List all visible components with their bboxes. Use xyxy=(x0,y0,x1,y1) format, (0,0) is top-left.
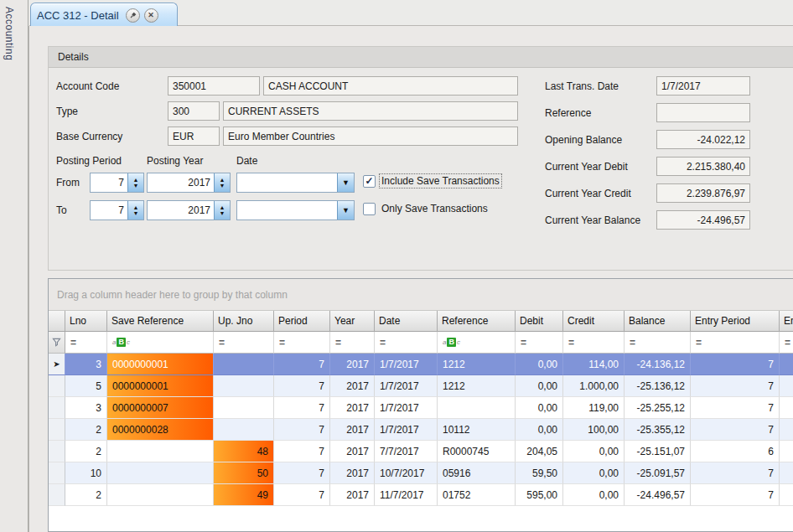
from-year-stepper[interactable]: 2017 ▲▼ xyxy=(147,173,231,193)
cell-period[interactable]: 7 xyxy=(274,484,330,506)
cell-year[interactable]: 2017 xyxy=(330,462,375,484)
from-period-stepper[interactable]: 7 ▲▼ xyxy=(90,173,144,193)
cell-balance[interactable]: -24.496,57 xyxy=(625,484,691,506)
include-save-transactions-label[interactable]: Include Save Transactions xyxy=(380,174,501,188)
column-header-en[interactable]: En xyxy=(780,311,793,332)
cell-period[interactable]: 7 xyxy=(274,462,330,484)
cell-save_ref[interactable] xyxy=(107,441,214,462)
filter-cell-debit[interactable]: = xyxy=(516,332,563,354)
to-date-combo[interactable]: ▼ xyxy=(236,200,355,220)
filter-cell-entry_period[interactable]: = xyxy=(691,332,780,354)
cell-debit[interactable]: 204,05 xyxy=(516,441,563,462)
cell-year[interactable]: 2017 xyxy=(330,354,375,375)
filter-cell-period[interactable]: = xyxy=(274,332,330,354)
cell-credit[interactable]: 0,00 xyxy=(563,462,625,484)
account-name-input[interactable]: CASH ACCOUNT xyxy=(263,76,518,96)
cell-en[interactable] xyxy=(780,375,793,397)
cell-en[interactable] xyxy=(780,484,793,506)
cell-save_ref[interactable]: 0000000001 xyxy=(107,375,214,397)
cell-debit[interactable]: 0,00 xyxy=(516,397,563,419)
filter-cell-reference[interactable]: aBc xyxy=(438,332,516,354)
column-header-date[interactable]: Date xyxy=(375,311,438,332)
cell-reference[interactable]: 1212 xyxy=(438,375,516,397)
cell-balance[interactable]: -25.136,12 xyxy=(625,375,691,397)
cell-credit[interactable]: 119,00 xyxy=(563,397,625,419)
cell-period[interactable]: 7 xyxy=(274,375,330,397)
cell-entry_period[interactable]: 7 xyxy=(691,484,780,506)
to-period-spin-buttons[interactable]: ▲▼ xyxy=(127,201,143,220)
cell-year[interactable]: 2017 xyxy=(330,484,375,506)
tab-acc-312-detail[interactable]: ACC 312 - Detail ✕ xyxy=(30,3,178,27)
column-header-entry_period[interactable]: Entry Period xyxy=(691,311,780,332)
cell-entry_period[interactable]: 7 xyxy=(691,397,780,419)
group-by-panel[interactable]: Drag a column header here to group by th… xyxy=(49,279,793,311)
table-row[interactable]: 248720177/7/2017R0000745204,050,00-25.15… xyxy=(49,441,793,462)
cell-date[interactable]: 7/7/2017 xyxy=(375,441,438,462)
filter-cell-save_ref[interactable]: aBc xyxy=(107,332,214,354)
filter-cell-lno[interactable]: = xyxy=(65,332,107,354)
include-save-transactions-checkbox[interactable]: ✓ xyxy=(363,175,376,188)
only-save-transactions-label[interactable]: Only Save Transactions xyxy=(380,202,490,215)
sidebar-item-accounting[interactable]: Accounting xyxy=(3,7,15,60)
cell-en[interactable] xyxy=(780,441,793,462)
cell-date[interactable]: 1/7/2017 xyxy=(375,354,438,375)
cell-debit[interactable]: 0,00 xyxy=(516,375,563,397)
table-row[interactable]: 50000000001720171/7/201712120,001.000,00… xyxy=(49,375,793,397)
cell-up_jno[interactable] xyxy=(214,375,274,397)
cell-date[interactable]: 11/7/2017 xyxy=(375,484,438,506)
cell-entry_period[interactable]: 7 xyxy=(691,375,780,397)
cell-lno[interactable]: 2 xyxy=(65,484,107,506)
cell-en[interactable] xyxy=(780,462,793,484)
cell-save_ref[interactable]: 0000000007 xyxy=(107,397,214,419)
cell-up_jno[interactable] xyxy=(214,397,274,419)
cell-entry_period[interactable]: 7 xyxy=(691,419,780,441)
close-icon[interactable]: ✕ xyxy=(144,8,158,23)
spin-down-icon[interactable]: ▼ xyxy=(220,211,225,216)
filter-cell-balance[interactable]: = xyxy=(625,332,691,354)
cell-en[interactable] xyxy=(780,397,793,419)
spin-down-icon[interactable]: ▼ xyxy=(220,183,225,189)
cell-balance[interactable]: -24.136,12 xyxy=(625,354,691,375)
column-header-credit[interactable]: Credit xyxy=(563,311,625,332)
cell-period[interactable]: 7 xyxy=(274,441,330,462)
cell-lno[interactable]: 2 xyxy=(65,419,107,441)
column-header-lno[interactable]: Lno xyxy=(65,311,107,332)
cell-up_jno[interactable]: 49 xyxy=(214,484,274,506)
spin-up-icon[interactable]: ▲ xyxy=(133,205,139,210)
cell-entry_period[interactable]: 6 xyxy=(691,441,780,462)
to-period-stepper[interactable]: 7 ▲▼ xyxy=(90,200,144,220)
table-row[interactable]: ➤30000000001720171/7/201712120,00114,00-… xyxy=(49,354,793,375)
cell-save_ref[interactable] xyxy=(107,462,214,484)
filter-funnel-icon[interactable] xyxy=(49,332,65,354)
cell-entry_period[interactable]: 7 xyxy=(691,462,780,484)
spin-up-icon[interactable]: ▲ xyxy=(133,178,139,183)
cell-year[interactable]: 2017 xyxy=(330,441,375,462)
cell-up_jno[interactable] xyxy=(214,354,274,375)
table-row[interactable]: 2497201711/7/201701752595,000,00-24.496,… xyxy=(49,484,793,506)
account-code-input[interactable]: 350001 xyxy=(168,76,260,96)
cell-save_ref[interactable]: 0000000001 xyxy=(107,354,214,375)
cell-credit[interactable]: 0,00 xyxy=(563,484,625,506)
chevron-down-icon[interactable]: ▼ xyxy=(337,201,354,220)
filter-cell-year[interactable]: = xyxy=(330,332,375,354)
cell-lno[interactable]: 2 xyxy=(65,441,107,462)
cell-balance[interactable]: -25.091,57 xyxy=(625,462,691,484)
column-header-year[interactable]: Year xyxy=(330,311,375,332)
from-year-spin-buttons[interactable]: ▲▼ xyxy=(214,173,230,192)
filter-cell-credit[interactable]: = xyxy=(563,332,625,354)
from-date-combo[interactable]: ▼ xyxy=(236,173,355,193)
spin-down-icon[interactable]: ▼ xyxy=(133,183,139,189)
cell-lno[interactable]: 5 xyxy=(65,375,107,397)
only-save-transactions-checkbox[interactable] xyxy=(363,203,376,215)
cell-date[interactable]: 1/7/2017 xyxy=(375,419,438,441)
to-year-stepper[interactable]: 2017 ▲▼ xyxy=(147,200,231,220)
cell-lno[interactable]: 3 xyxy=(65,354,107,375)
column-header-period[interactable]: Period xyxy=(274,311,330,332)
filter-cell-date[interactable]: = xyxy=(375,332,438,354)
cell-en[interactable] xyxy=(780,419,793,441)
cell-reference[interactable]: 01752 xyxy=(438,484,516,506)
cell-debit[interactable]: 0,00 xyxy=(516,419,563,441)
cell-up_jno[interactable]: 50 xyxy=(214,462,274,484)
cell-credit[interactable]: 100,00 xyxy=(563,419,625,441)
from-period-spin-buttons[interactable]: ▲▼ xyxy=(127,173,143,192)
